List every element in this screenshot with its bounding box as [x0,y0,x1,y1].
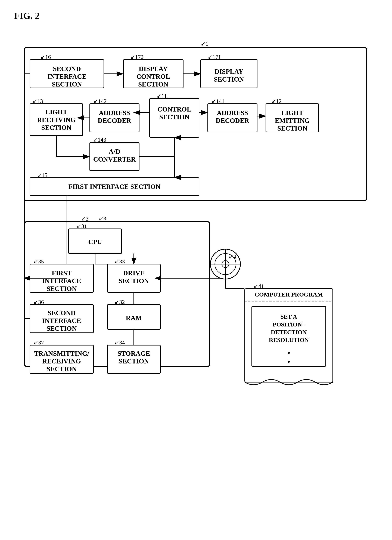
svg-text:SECOND: SECOND [48,309,75,317]
svg-text:ADDRESS: ADDRESS [99,109,130,116]
svg-text:↙143: ↙143 [93,136,106,143]
drive-section-block: DRIVE SECTION [107,264,160,292]
svg-text:↙11: ↙11 [157,93,167,99]
svg-text:↙141: ↙141 [211,98,224,104]
block-diagram: .blk text { font-family: 'Times New Roma… [14,30,384,540]
svg-text:↙142: ↙142 [93,98,107,104]
svg-text:CPU: CPU [88,238,102,245]
svg-text:↙41: ↙41 [253,283,264,289]
svg-text:SET A: SET A [281,313,297,320]
svg-text:INTERFACE: INTERFACE [42,317,81,324]
svg-text:↙171: ↙171 [208,54,221,60]
svg-text:FIRST INTERFACE SECTION: FIRST INTERFACE SECTION [69,183,160,190]
svg-text:↙35: ↙35 [34,258,44,265]
svg-text:↙16: ↙16 [40,54,51,60]
svg-text:SECTION: SECTION [159,113,189,121]
svg-text:DECODER: DECODER [216,117,249,124]
first-interface-bar-1: FIRST INTERFACE SECTION [30,178,199,195]
svg-text:↙32: ↙32 [114,299,125,305]
svg-text:FIRST: FIRST [52,269,71,277]
svg-text:CONTROL: CONTROL [136,73,170,80]
figure-title: FIG. 2 [14,10,378,21]
svg-text:↙33: ↙33 [114,258,125,265]
svg-text:↙3: ↙3 [81,215,89,222]
svg-text:↙37: ↙37 [34,339,44,346]
svg-text:SECTION: SECTION [41,124,71,131]
transmitting-block: TRANSMITTING/ RECEIVING SECTION [30,345,93,373]
svg-text:STORAGE: STORAGE [118,350,150,357]
svg-text:RECEIVING: RECEIVING [37,116,76,124]
svg-text:DRIVE: DRIVE [123,269,144,277]
svg-text:↙15: ↙15 [37,172,47,178]
svg-text:↙3: ↙3 [99,215,106,222]
ad-converter-block: A/D CONVERTER [90,143,139,171]
display-section-block: DISPLAY SECTION [201,60,257,88]
light-receiving-block: LIGHT RECEIVING SECTION [30,104,83,135]
control-section-block: CONTROL SECTION [150,99,199,137]
svg-text:RAM: RAM [126,314,142,321]
program-box: COMPUTER PROGRAM SET A POSITION– DETECTI… [245,289,333,385]
svg-text:↙31: ↙31 [77,223,87,229]
svg-text:SECOND: SECOND [53,65,81,72]
svg-text:LIGHT: LIGHT [45,108,67,116]
svg-text:SECTION: SECTION [214,75,244,83]
svg-text:POSITION–: POSITION– [273,321,305,328]
svg-text:SECTION: SECTION [52,80,82,88]
svg-text:SECTION: SECTION [138,80,168,88]
svg-text:SECTION: SECTION [46,325,77,332]
svg-text:↙12: ↙12 [271,98,282,104]
svg-text:INTERFACE: INTERFACE [48,73,86,80]
svg-text:SECTION: SECTION [46,285,77,292]
svg-text:SECTION: SECTION [277,125,307,132]
second-interface-block-1: SECOND INTERFACE SECTION [30,60,104,88]
svg-text:↙13: ↙13 [33,98,43,104]
second-interface-block-3: SECOND INTERFACE SECTION [30,305,93,333]
svg-text:↙172: ↙172 [130,54,144,60]
light-emitting-block: LIGHT EMITTING SECTION [266,104,319,132]
storage-block: STORAGE SECTION [107,345,160,373]
svg-text:TRANSMITTING/: TRANSMITTING/ [34,350,89,357]
svg-text:DECODER: DECODER [98,117,131,124]
svg-text:•: • [288,357,290,366]
address-decoder-1-block: ADDRESS DECODER [90,104,139,132]
svg-text:CONVERTER: CONVERTER [93,155,136,163]
cpu-block: CPU [69,229,122,254]
svg-text:DISPLAY: DISPLAY [139,65,168,72]
svg-text:SECTION: SECTION [119,357,149,365]
address-decoder-2-block: ADDRESS DECODER [208,104,257,132]
svg-text:EMITTING: EMITTING [275,117,310,124]
svg-text:↙4: ↙4 [228,253,236,260]
svg-text:SECTION: SECTION [119,277,149,285]
svg-text:COMPUTER PROGRAM: COMPUTER PROGRAM [255,291,323,298]
svg-text:SECTION: SECTION [46,365,77,373]
svg-text:↙1: ↙1 [201,40,208,47]
svg-text:A/D: A/D [109,148,120,155]
svg-text:RESOLUTION: RESOLUTION [269,337,309,343]
svg-text:LIGHT: LIGHT [281,109,303,116]
svg-text:DETECTION: DETECTION [271,329,307,335]
svg-text:↙34: ↙34 [114,339,125,346]
svg-text:RECEIVING: RECEIVING [42,357,81,365]
svg-text:↙36: ↙36 [34,299,44,305]
svg-text:ADDRESS: ADDRESS [217,109,248,116]
display-control-block: DISPLAY CONTROL SECTION [123,60,183,88]
svg-text:DISPLAY: DISPLAY [214,68,243,75]
svg-text:•: • [288,348,290,357]
svg-text:CONTROL: CONTROL [157,105,191,113]
ram-block: RAM [107,305,160,329]
